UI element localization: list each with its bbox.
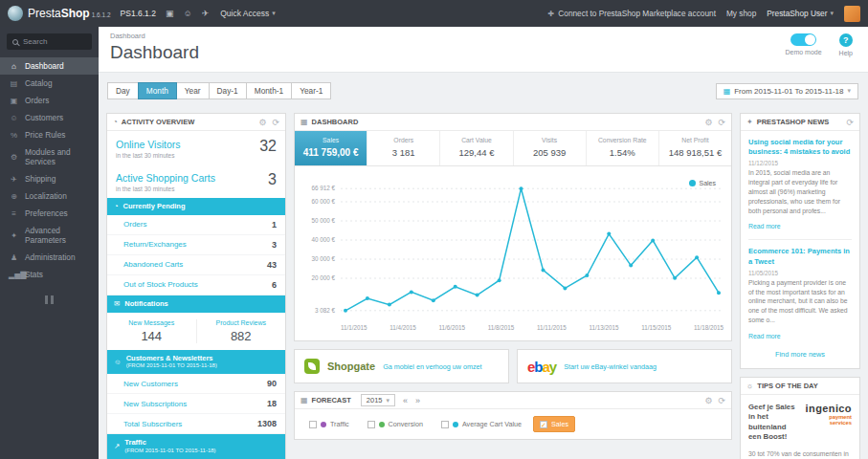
middle-column: ▦ DASHBOARD ⚙ ⟳ Sales 411 759,00 € — [294, 113, 732, 448]
dashboard-columns: ◔ ACTIVITY OVERVIEW ⚙ ⟳ Online Visitors … — [99, 113, 868, 459]
version-label: 1.6.1.2 — [92, 11, 111, 18]
customers-icon: ☺ — [9, 114, 19, 122]
my-shop-link[interactable]: My shop — [726, 9, 756, 18]
panel-header: ✦ PRESTASHOP NEWS ⟳ — [741, 114, 859, 131]
product-reviews-cell[interactable]: Product Reviews 882 — [196, 319, 286, 343]
user-menu[interactable]: PrestaShop User ▾ — [767, 9, 834, 18]
sidebar-item-orders[interactable]: ▣Orders — [0, 92, 99, 109]
forecast-prev-button[interactable]: « — [403, 396, 408, 405]
quick-access-menu[interactable]: Quick Access ▾ — [220, 9, 276, 18]
forecast-next-button[interactable]: » — [415, 396, 420, 405]
range-year-button[interactable]: Year — [176, 82, 210, 99]
customers-icon[interactable]: ☺ — [183, 9, 191, 18]
kpi-cart-value[interactable]: Cart Value 129,44 € — [440, 131, 513, 165]
read-more-link[interactable]: Read more — [748, 223, 781, 230]
collapse-menu-button[interactable] — [42, 295, 57, 304]
updates-icon[interactable]: ✈ — [202, 9, 210, 18]
y-axis-tick: 40 000 € — [311, 236, 335, 243]
gear-icon[interactable]: ⚙ — [258, 118, 266, 127]
sidebar-item-advanced-parameters[interactable]: ✦Advanced Parameters — [0, 222, 99, 249]
sidebar-item-label: Preferences — [25, 208, 68, 218]
sidebar-item-administration[interactable]: ♟Administration — [0, 249, 99, 266]
out-of-stock-link[interactable]: Out of Stock Products — [123, 280, 198, 289]
legend-traffic[interactable]: Traffic — [302, 416, 356, 432]
help-icon[interactable]: ? — [839, 33, 853, 47]
range-month-1-button[interactable]: Month-1 — [246, 82, 292, 99]
gear-icon[interactable]: ⚙ — [704, 396, 712, 405]
range-day-1-button[interactable]: Day-1 — [209, 82, 247, 99]
news-article-link[interactable]: Ecommerce 101: Payments in a Tweet — [748, 247, 852, 266]
new-customers-link[interactable]: New Customers — [123, 380, 178, 388]
sidebar-item-customers[interactable]: ☺Customers — [0, 109, 99, 126]
active-carts-link[interactable]: Active Shopping Carts — [116, 172, 215, 184]
return-exchanges-link[interactable]: Return/Exchanges — [123, 240, 187, 249]
kpi-visits[interactable]: Visits 205 939 — [514, 131, 587, 165]
panel-title: DASHBOARD — [312, 118, 359, 126]
refresh-icon[interactable]: ⟳ — [718, 118, 725, 127]
sidebar-item-modules[interactable]: ⚙Modules and Services — [0, 143, 99, 170]
brand[interactable]: PrestaShop1.6.1.2 — [28, 7, 111, 20]
demo-mode-toggle[interactable] — [790, 33, 816, 46]
sidebar-item-dashboard[interactable]: ⌂Dashboard — [0, 57, 99, 75]
shop-name-link[interactable]: PS1.6.1.2 — [121, 9, 156, 18]
active-carts-metric: Active Shopping Carts in the last 30 min… — [107, 164, 285, 198]
find-more-news-link[interactable]: Find more news — [748, 342, 852, 361]
ebay-link[interactable]: Start uw eBay-winkel vandaag — [564, 362, 657, 371]
ebay-promo[interactable]: ebay Start uw eBay-winkel vandaag — [517, 349, 732, 383]
abandoned-carts-link[interactable]: Abandoned Carts — [123, 260, 183, 269]
sidebar-item-label: Dashboard — [25, 61, 64, 71]
legend-average-cart-value[interactable]: Average Cart Value — [434, 416, 528, 432]
tip-body: 30 tot 70% van de consumenten in Europa … — [748, 449, 852, 459]
cart-icon[interactable]: ▣ — [166, 9, 174, 18]
sidebar-item-price-rules[interactable]: %Price Rules — [0, 126, 99, 143]
range-year-1-button[interactable]: Year-1 — [291, 82, 331, 99]
news-body: Using social media for your business: 4 … — [741, 131, 859, 368]
prestashop-logo-icon[interactable] — [8, 6, 23, 21]
tips-body: Geef je Sales in het buitenland een Boos… — [741, 395, 859, 459]
sidebar-item-preferences[interactable]: ≡Preferences — [0, 205, 99, 222]
online-visitors-link[interactable]: Online Visitors — [116, 139, 181, 150]
year-select[interactable]: 2015 ▾ — [361, 394, 395, 406]
panel-header: ◔ ACTIVITY OVERVIEW ⚙ ⟳ — [107, 114, 285, 131]
range-day-button[interactable]: Day — [107, 82, 139, 99]
date-range-picker[interactable]: ▦ From 2015-11-01 To 2015-11-18 ▾ — [716, 83, 858, 99]
news-article: Ecommerce 101: Payments in a Tweet 11/05… — [748, 239, 852, 341]
refresh-icon[interactable]: ⟳ — [718, 396, 725, 405]
user-avatar[interactable] — [844, 6, 860, 22]
panel-actions: ⟳ — [846, 118, 854, 127]
new-messages-label: New Messages — [107, 319, 196, 326]
clock-icon: ◔ — [114, 202, 119, 210]
news-article-link[interactable]: Using social media for your business: 4 … — [748, 138, 852, 157]
new-messages-cell[interactable]: New Messages 144 — [107, 319, 196, 343]
sidebar-item-label: Stats — [25, 270, 43, 279]
sidebar-item-catalog[interactable]: ▤Catalog — [0, 75, 99, 92]
read-more-link[interactable]: Read more — [748, 333, 781, 339]
kpi-sales[interactable]: Sales 411 759,00 € — [295, 131, 367, 165]
shopgate-promo[interactable]: Shopgate Ga mobiel en verhoog uw omzet — [294, 349, 509, 383]
pending-orders-link[interactable]: Orders — [123, 220, 146, 229]
refresh-icon[interactable]: ⟳ — [272, 118, 279, 127]
metric-subtitle: in the last 30 minutes — [116, 186, 215, 192]
sidebar-item-label: Modules and Services — [25, 147, 90, 166]
marketplace-link[interactable]: ✚ Connect to PrestaShop Marketplace acco… — [548, 9, 716, 18]
total-subscribers-link[interactable]: Total Subscribers — [123, 420, 182, 428]
forecast-panel: ▦ FORECAST 2015 ▾ « » ⚙ ⟳ — [294, 391, 732, 440]
kpi-orders[interactable]: Orders 3 181 — [367, 131, 440, 165]
refresh-icon[interactable]: ⟳ — [846, 118, 854, 127]
legend-conversion[interactable]: Conversion — [361, 416, 430, 432]
range-month-button[interactable]: Month — [138, 82, 177, 99]
gear-icon[interactable]: ⚙ — [704, 118, 712, 127]
x-axis-tick: 11/11/2015 — [537, 324, 567, 331]
legend-sales[interactable]: ✓ Sales — [533, 416, 575, 432]
search-input[interactable] — [23, 37, 82, 46]
topbar: PrestaShop1.6.1.2 PS1.6.1.2 ▣ ☺ ✈ Quick … — [0, 0, 868, 27]
sidebar-item-stats[interactable]: ▂▅▇Stats — [0, 266, 99, 283]
sidebar-item-shipping[interactable]: ✈Shipping — [0, 170, 99, 187]
shopgate-link[interactable]: Ga mobiel en verhoog uw omzet — [383, 362, 481, 371]
chart-plot-area — [341, 178, 723, 321]
sidebar-item-localization[interactable]: ⊕Localization — [0, 187, 99, 205]
kpi-conversion-rate[interactable]: Conversion Rate 1.54% — [587, 131, 659, 165]
new-subscriptions-link[interactable]: New Subscriptions — [123, 400, 187, 408]
kpi-net-profit[interactable]: Net Profit 148 918,51 € — [659, 131, 731, 165]
kpi-strip: Sales 411 759,00 € Orders 3 181 Cart Val… — [295, 131, 731, 166]
